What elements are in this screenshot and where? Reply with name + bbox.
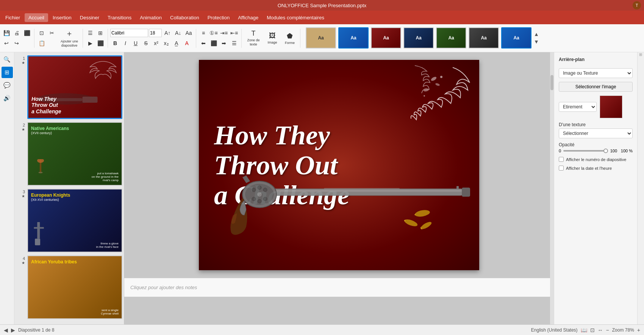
- slide-canvas[interactable]: How They Throw Out a Challenge: [199, 60, 479, 270]
- opacity-value: 100 %: [619, 149, 633, 153]
- copy-button[interactable]: ⊡: [37, 28, 47, 38]
- cut-button[interactable]: ✂: [47, 28, 57, 38]
- fit-width-btn[interactable]: ↔: [598, 327, 603, 333]
- theme-7[interactable]: Aa: [501, 27, 531, 49]
- paste-button[interactable]: 📋: [37, 38, 47, 48]
- tool-comments[interactable]: 💬: [2, 80, 13, 91]
- bullet-list-btn[interactable]: ≡: [199, 28, 208, 38]
- slide-thumb-3[interactable]: European Knights (XII-XVI centuries) thr…: [27, 189, 122, 252]
- indent-more-btn[interactable]: ⇥≡: [219, 28, 229, 38]
- redo-button[interactable]: ↪: [12, 38, 22, 48]
- menu-modules[interactable]: Modules complémentaires: [263, 13, 328, 22]
- underline-button[interactable]: U: [131, 38, 141, 48]
- slide-item-1[interactable]: 1 ★: [16, 55, 122, 119]
- font-size-down[interactable]: A↓: [173, 28, 183, 38]
- layout-btn[interactable]: ☰: [85, 28, 95, 38]
- checkbox-slide-number-box[interactable]: [559, 157, 564, 162]
- opacity-slider[interactable]: [563, 150, 608, 152]
- font-color-button[interactable]: A: [182, 38, 192, 48]
- fit-page-btn[interactable]: ⊡: [590, 327, 595, 333]
- subscript-button[interactable]: x₂: [161, 38, 171, 48]
- slide-item-3[interactable]: 3 ★ European Knights (XII-XVI centuries): [16, 189, 122, 252]
- slide-item-4[interactable]: 4 ★ African Yoruba tribes sent a singleC…: [16, 255, 122, 319]
- image-button[interactable]: 🖼 Image: [264, 27, 280, 50]
- texture-select[interactable]: Sélectionner: [559, 128, 633, 138]
- slide4-title: African Yoruba tribes: [31, 259, 119, 265]
- menu-protection[interactable]: Protection: [204, 13, 234, 22]
- vertical-scrollbar[interactable]: [550, 52, 554, 324]
- checkbox-date-time[interactable]: Afficher la date et l'heure: [559, 166, 633, 171]
- spell-check-icon[interactable]: 📖: [581, 327, 587, 333]
- italic-button[interactable]: I: [120, 38, 130, 48]
- theme-4[interactable]: Aa: [403, 27, 434, 49]
- font-size-input[interactable]: [149, 29, 162, 37]
- layout-btn2[interactable]: ⊞: [95, 28, 105, 38]
- edit-group: ⊡ ✂ 📋: [37, 28, 57, 48]
- align-justify-btn[interactable]: ☰: [229, 38, 239, 48]
- font-family-input[interactable]: [110, 29, 148, 37]
- slide3-title: European Knights: [31, 193, 119, 198]
- slide-thumb-2[interactable]: Native Americans (XVII century) put a to…: [27, 122, 122, 186]
- stretch-select[interactable]: Etirement: [559, 102, 597, 112]
- next-slide-btn[interactable]: ▶: [11, 327, 15, 333]
- play-btn[interactable]: ▶: [85, 38, 95, 48]
- slide-thumb-1[interactable]: How TheyThrow Outa Challenge: [27, 55, 122, 119]
- undo-button[interactable]: ↩: [2, 38, 11, 48]
- menu-fichier[interactable]: Fichier: [2, 13, 24, 22]
- zoom-out-btn[interactable]: −: [606, 327, 609, 333]
- numbered-list-btn[interactable]: ①≡: [209, 28, 219, 38]
- menu-insertion[interactable]: Insertion: [49, 13, 75, 22]
- tool-audio[interactable]: 🔊: [2, 92, 13, 104]
- highlight-button[interactable]: A̲: [172, 38, 181, 48]
- checkbox-date-time-box[interactable]: [559, 166, 564, 171]
- strikethrough-button[interactable]: S: [141, 38, 151, 48]
- forme-button[interactable]: ⬟ Forme: [282, 27, 298, 50]
- right-edge-handle[interactable]: ⊞: [639, 53, 643, 56]
- svg-point-18: [257, 192, 262, 197]
- save-button[interactable]: 💾: [2, 28, 11, 38]
- menu-collaboration[interactable]: Collaboration: [166, 13, 203, 22]
- theme-scroll[interactable]: ▲ ▼: [534, 27, 543, 49]
- theme-2[interactable]: Aa: [338, 27, 369, 49]
- tool-search[interactable]: 🔍: [2, 54, 13, 65]
- quickprint-button[interactable]: ⬛: [22, 28, 32, 38]
- checkbox-slide-number[interactable]: Afficher le numéro de diapositive: [559, 157, 633, 162]
- theme-3[interactable]: Aa: [371, 27, 401, 49]
- notes-area[interactable]: Cliquez pour ajouter des notes: [124, 278, 554, 297]
- zone-text-button[interactable]: T Zone detexte: [244, 27, 263, 50]
- superscript-button[interactable]: x²: [151, 38, 161, 48]
- menu-accueil[interactable]: Accueil: [25, 13, 48, 22]
- menu-affichage[interactable]: Affichage: [234, 13, 262, 22]
- slide2-sub: (XVII century): [31, 131, 119, 135]
- print-button[interactable]: 🖨: [12, 28, 22, 38]
- background-type-select[interactable]: Image ou Texture: [559, 68, 633, 78]
- add-slide-icon: ＋: [66, 28, 73, 39]
- svg-point-19: [252, 188, 256, 192]
- prev-slide-btn[interactable]: ◀: [4, 327, 8, 333]
- align-left-btn[interactable]: ⬅: [199, 38, 208, 48]
- font-case[interactable]: Aa: [184, 28, 194, 38]
- texture-preview: [600, 95, 622, 118]
- window-controls[interactable]: T: [633, 1, 641, 9]
- theme-5[interactable]: Aa: [436, 27, 466, 49]
- tool-slides[interactable]: ⊞: [2, 67, 13, 78]
- menu-dessiner[interactable]: Dessiner: [76, 13, 103, 22]
- indent-less-btn[interactable]: ⇤≡: [229, 28, 239, 38]
- svg-point-22: [263, 197, 267, 201]
- align-right-btn[interactable]: ➡: [219, 38, 229, 48]
- bold-button[interactable]: B: [110, 38, 120, 48]
- menu-animation[interactable]: Animation: [136, 13, 166, 22]
- zoom-in-btn[interactable]: +: [637, 327, 640, 333]
- slide2-desc: put a tomahawkon the ground in therival'…: [92, 172, 119, 182]
- slide-item-2[interactable]: 2 ★ Native Americans (XVII century): [16, 122, 122, 186]
- select-image-button[interactable]: Sélectionner l'image: [559, 82, 633, 92]
- play-btn2[interactable]: ⬛: [95, 38, 105, 48]
- language-label[interactable]: English (United States): [531, 327, 578, 333]
- add-slide-button[interactable]: ＋ Ajouter unediapositive: [58, 27, 80, 50]
- menu-transitions[interactable]: Transitions: [104, 13, 135, 22]
- theme-6[interactable]: Aa: [469, 27, 499, 49]
- font-size-up[interactable]: A↑: [163, 28, 172, 38]
- align-center-btn[interactable]: ⬛: [209, 38, 219, 48]
- theme-1[interactable]: Aa: [306, 27, 336, 49]
- slide-thumb-4[interactable]: African Yoruba tribes sent a singleCymra…: [27, 255, 122, 319]
